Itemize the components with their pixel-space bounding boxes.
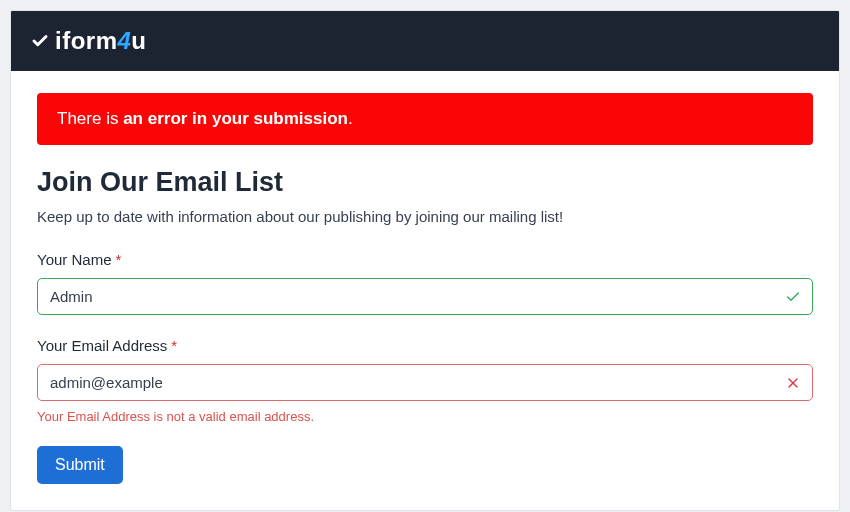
required-asterisk: * (171, 337, 177, 354)
error-alert: There is an error in your submission. (37, 93, 813, 145)
name-input[interactable] (37, 278, 813, 315)
email-label-text: Your Email Address (37, 337, 167, 354)
valid-check-icon (785, 289, 801, 305)
alert-strong: an error in your submission (123, 109, 348, 128)
brand-text: iform4u (55, 27, 147, 55)
email-field-group: Your Email Address* Your Email Address i… (37, 337, 813, 424)
email-input[interactable] (37, 364, 813, 401)
app-container: iform4u There is an error in your submis… (10, 10, 840, 511)
email-input-wrap (37, 364, 813, 401)
content-area: There is an error in your submission. Jo… (11, 71, 839, 510)
check-icon (31, 32, 49, 50)
alert-prefix: There is (57, 109, 123, 128)
required-asterisk: * (116, 251, 122, 268)
email-label: Your Email Address* (37, 337, 177, 354)
name-label: Your Name* (37, 251, 121, 268)
name-field-group: Your Name* (37, 251, 813, 315)
submit-button[interactable]: Submit (37, 446, 123, 484)
name-label-text: Your Name (37, 251, 112, 268)
name-input-wrap (37, 278, 813, 315)
app-header: iform4u (11, 11, 839, 71)
brand-logo[interactable]: iform4u (31, 27, 147, 55)
page-subtitle: Keep up to date with information about o… (37, 208, 813, 225)
page-title: Join Our Email List (37, 167, 813, 198)
invalid-x-icon (785, 375, 801, 391)
alert-suffix: . (348, 109, 353, 128)
email-error-message: Your Email Address is not a valid email … (37, 409, 813, 424)
